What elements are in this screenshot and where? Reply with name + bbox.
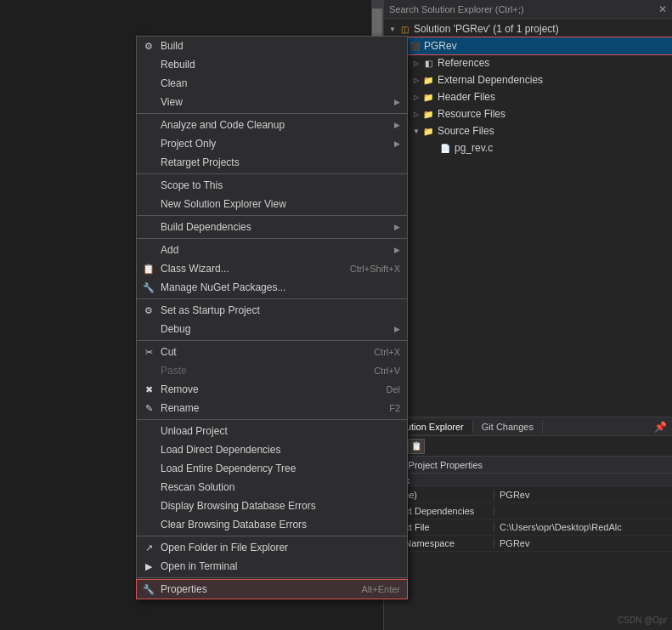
menu-label-nuget: Manage NuGet Packages... (161, 281, 400, 293)
menu-item-retarget[interactable]: Retarget Projects (137, 153, 407, 172)
prop-row-ns: oot Namespace PGRev (384, 536, 672, 552)
solution-icon: ◫ (398, 22, 411, 36)
menu-label-entire-tree: Load Entire Dependency Tree (161, 463, 400, 474)
tree-item-solution[interactable]: ▼ ◫ Solution 'PGRev' (1 of 1 project) (384, 20, 672, 37)
menu-icon-remove: ✖ (142, 383, 155, 396)
source-icon: 📁 (421, 124, 435, 138)
tree-item-pgrev[interactable]: ▼ ⬛ PGRev (384, 37, 672, 54)
shortcut-properties: Alt+Enter (361, 584, 400, 594)
menu-item-build-dep[interactable]: Build Dependencies▶ (137, 218, 407, 236)
menu-item-project-only[interactable]: Project Only▶ (137, 134, 407, 153)
menu-icon-rename: ✎ (142, 401, 155, 415)
ref-arrow: ▷ (411, 60, 421, 67)
c-file-icon: 📄 (438, 141, 452, 155)
source-label: Source Files (438, 125, 494, 137)
shortcut-rename: F2 (389, 403, 400, 413)
ext-arrow: ▷ (411, 77, 421, 84)
menu-item-clear-errors[interactable]: Clear Browsing Database Errors (137, 515, 407, 534)
menu-item-debug[interactable]: Debug▶ (137, 320, 407, 338)
menu-item-add[interactable]: Add▶ (137, 241, 407, 259)
menu-label-clean: Clean (161, 77, 400, 89)
context-menu: ⚙BuildRebuildCleanView▶Analyze and Code … (136, 36, 408, 599)
menu-item-cut[interactable]: ✂CutCtrl+X (137, 343, 407, 361)
sep-sep4 (137, 238, 407, 239)
menu-label-rename: Rename (161, 402, 372, 414)
menu-item-startup[interactable]: ⚙Set as Startup Project (137, 301, 407, 320)
submenu-arrow-add: ▶ (394, 246, 400, 254)
pgrev-label: PGRev (424, 40, 457, 52)
resource-label: Resource Files (438, 108, 505, 120)
menu-label-direct-dep: Load Direct Dependencies (161, 444, 400, 456)
sep-sep1 (137, 113, 407, 114)
close-icon[interactable]: ✕ (658, 3, 667, 15)
menu-item-scope[interactable]: Scope to This (137, 176, 407, 195)
menu-item-direct-dep[interactable]: Load Direct Dependencies (137, 440, 407, 459)
menu-label-debug: Debug (161, 323, 394, 335)
menu-label-display-errors: Display Browsing Database Errors (161, 500, 400, 512)
prop-pages-button[interactable]: 📋 (408, 439, 425, 454)
ext-label: External Dependencies (438, 74, 543, 86)
menu-item-remove[interactable]: ✖RemoveDel (137, 380, 407, 399)
menu-item-new-view[interactable]: New Solution Explorer View (137, 195, 407, 213)
menu-label-clear-errors: Clear Browsing Database Errors (161, 519, 400, 531)
menu-item-rescan[interactable]: Rescan Solution (137, 478, 407, 497)
tree-item-header[interactable]: ▷ 📁 Header Files (384, 88, 672, 105)
solution-arrow: ▼ (387, 26, 398, 33)
menu-icon-cut: ✂ (142, 345, 155, 359)
menu-item-nuget[interactable]: 🔧Manage NuGet Packages... (137, 278, 407, 297)
sep-sep5 (137, 298, 407, 299)
menu-item-properties[interactable]: 🔧PropertiesAlt+Enter (137, 580, 407, 599)
panel-pin-icon[interactable]: 📌 (649, 419, 672, 434)
menu-item-rename[interactable]: ✎RenameF2 (137, 399, 407, 417)
submenu-arrow-analyze: ▶ (394, 121, 400, 129)
solution-label: Solution 'PGRev' (1 of 1 project) (414, 23, 559, 35)
menu-item-paste[interactable]: PasteCtrl+V (137, 361, 407, 380)
tree-item-references[interactable]: ▷ ◧ References (384, 54, 672, 71)
tree-item-resource[interactable]: ▷ 📁 Resource Files (384, 105, 672, 122)
menu-item-clean[interactable]: Clean (137, 74, 407, 93)
menu-label-view: View (161, 96, 394, 108)
menu-item-view[interactable]: View▶ (137, 93, 407, 111)
properties-toolbar: ⇅ 📋 (384, 436, 672, 457)
submenu-arrow-build-dep: ▶ (394, 223, 400, 231)
submenu-arrow-debug: ▶ (394, 325, 400, 333)
menu-item-display-errors[interactable]: Display Browsing Database Errors (137, 497, 407, 515)
menu-label-class-wizard: Class Wizard... (161, 263, 333, 275)
se-tree: ▼ ◫ Solution 'PGRev' (1 of 1 project) ▼ … (384, 19, 672, 417)
submenu-arrow-project-only: ▶ (394, 139, 400, 148)
shortcut-paste: Ctrl+V (374, 366, 400, 376)
sep-sep8 (137, 536, 407, 536)
menu-item-class-wizard[interactable]: 📋Class Wizard...Ctrl+Shift+X (137, 259, 407, 278)
menu-icon-class-wizard: 📋 (142, 262, 155, 275)
menu-item-open-folder[interactable]: ↗Open Folder in File Explorer (137, 538, 407, 557)
source-arrow: ▼ (411, 128, 421, 135)
sep-sep3 (137, 215, 407, 216)
menu-item-open-terminal[interactable]: ▶Open in Terminal (137, 557, 407, 576)
menu-label-remove: Remove (161, 383, 369, 395)
menu-item-rebuild[interactable]: Rebuild (137, 55, 407, 74)
menu-item-analyze[interactable]: Analyze and Code Cleanup▶ (137, 116, 407, 134)
menu-label-build: Build (161, 40, 400, 52)
prop-val-name: PGRev (494, 490, 672, 500)
sep-sep9 (137, 577, 407, 578)
menu-icon-nuget: 🔧 (142, 281, 155, 294)
tree-item-ext-deps[interactable]: ▷ 📁 External Dependencies (384, 71, 672, 88)
search-label: Search Solution Explorer (Ctrl+;) (389, 4, 524, 14)
pg-rev-c-label: pg_rev.c (455, 142, 493, 154)
menu-item-entire-tree[interactable]: Load Entire Dependency Tree (137, 459, 407, 478)
tab-git-changes[interactable]: Git Changes (473, 420, 543, 434)
shortcut-class-wizard: Ctrl+Shift+X (350, 264, 400, 274)
menu-label-scope: Scope to This (161, 179, 400, 191)
resource-icon: 📁 (421, 107, 435, 121)
tree-item-pg-rev-c[interactable]: 📄 pg_rev.c (384, 139, 672, 156)
menu-label-open-folder: Open Folder in File Explorer (161, 542, 400, 553)
menu-label-open-terminal: Open in Terminal (161, 560, 400, 572)
header-arrow: ▷ (411, 94, 421, 101)
tree-item-source[interactable]: ▼ 📁 Source Files (384, 122, 672, 139)
ext-icon: 📁 (421, 73, 435, 87)
menu-item-unload[interactable]: Unload Project (137, 422, 407, 440)
menu-item-build[interactable]: ⚙Build (137, 37, 407, 55)
sep-sep2 (137, 173, 407, 174)
menu-label-cut: Cut (161, 346, 357, 358)
bottom-panel: Solution Explorer Git Changes 📌 ⇅ 📋 Rev … (383, 417, 672, 630)
